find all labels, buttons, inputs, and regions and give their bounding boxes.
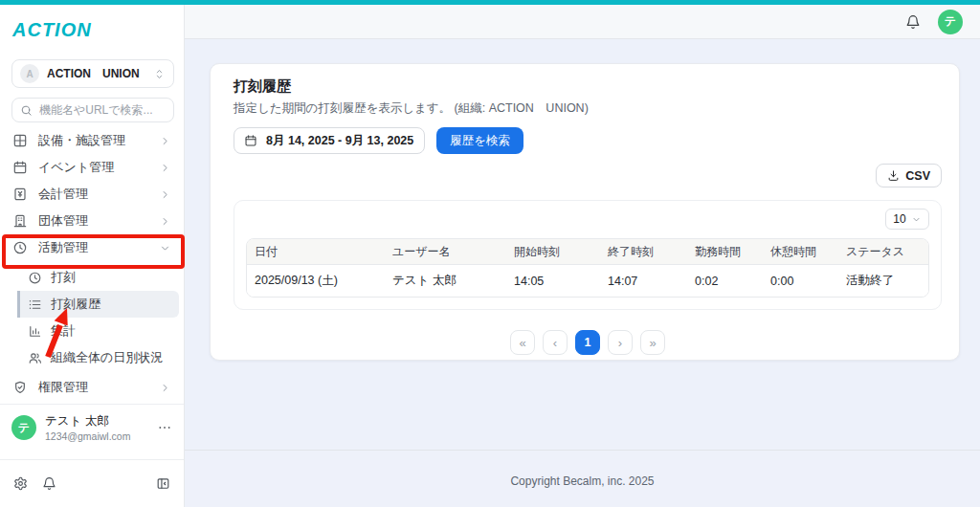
org-name: ACTION UNION	[47, 66, 153, 82]
punch-history-table: 日付ユーザー名開始時刻終了時刻勤務時間休憩時間ステータス 2025/09/13 …	[246, 238, 929, 298]
column-header: 終了時刻	[600, 239, 687, 265]
main-header: テ	[185, 5, 980, 39]
sidebar-subitem-label: 打刻	[51, 269, 184, 286]
sidebar-item-accounting[interactable]: 会計管理	[0, 181, 184, 208]
chevron-right-icon	[159, 135, 171, 147]
org-avatar: A	[20, 64, 39, 83]
pagination: «‹1›»	[234, 330, 942, 355]
sidebar-item-facilities[interactable]: 設備・施設管理	[0, 127, 184, 154]
column-header: 日付	[247, 239, 385, 265]
column-header: ステータス	[838, 239, 928, 265]
sidebar-subitem-punch-history[interactable]: 打刻履歴	[17, 291, 179, 318]
content: 打刻履歴 指定した期間の打刻履歴を表示します。 (組織: ACTION UNIO…	[185, 39, 980, 450]
sidebar-subitem-label: 集計	[51, 322, 184, 340]
search-history-button[interactable]: 履歴を検索	[436, 127, 523, 154]
sidebar-subitem-punch[interactable]: 打刻	[0, 264, 184, 291]
panel-collapse-icon[interactable]	[156, 476, 170, 491]
chevron-right-icon	[159, 382, 171, 394]
chevron-right-icon	[159, 215, 171, 228]
clock-icon	[28, 271, 42, 285]
sidebar-search-input[interactable]	[39, 103, 166, 117]
chevron-down-icon	[159, 242, 171, 254]
footer: Copyright Becalm, inc. 2025	[185, 450, 980, 507]
sidebar-item-label: イベント管理	[38, 159, 159, 176]
header-avatar[interactable]: テ	[938, 10, 963, 34]
sidebar-menu: 設備・施設管理イベント管理会計管理団体管理活動管理 打刻打刻履歴集計組織全体の日…	[0, 127, 184, 401]
table-panel: 10 日付ユーザー名開始時刻終了時刻勤務時間休憩時間ステータス 2025/09/…	[234, 200, 942, 310]
sidebar-item-label: 団体管理	[38, 212, 159, 230]
pagination-last[interactable]: »	[640, 330, 665, 355]
sidebar-subitem-aggregate[interactable]: 集計	[0, 318, 184, 344]
pagination-prev[interactable]: ‹	[543, 330, 568, 355]
column-header: ユーザー名	[385, 239, 506, 265]
sidebar: ACTION A ACTION UNION 設備・施設管理イベント管理会計管理団…	[0, 0, 185, 507]
chart-icon	[28, 324, 42, 339]
page-size-select[interactable]: 10	[885, 209, 929, 230]
table-cell: テスト 太郎	[385, 265, 506, 297]
csv-button-label: CSV	[905, 169, 930, 183]
sidebar-item-label: 活動管理	[38, 239, 159, 256]
sidebar-subitem-label: 打刻履歴	[51, 296, 179, 313]
sidebar-item-permissions[interactable]: 権限管理	[0, 374, 184, 401]
user-meta: テスト 太郎 1234@gmaiwl.com	[45, 413, 157, 442]
building-icon	[12, 213, 28, 229]
gear-icon[interactable]	[13, 476, 28, 491]
table-row: 2025/09/13 (土)テスト 太郎14:0514:070:020:00活動…	[247, 265, 928, 297]
date-range-field[interactable]	[234, 127, 425, 154]
user-name: テスト 太郎	[45, 413, 157, 430]
pagination-page-1[interactable]: 1	[575, 330, 600, 355]
page-subtitle: 指定した期間の打刻履歴を表示します。 (組織: ACTION UNION)	[234, 100, 942, 117]
date-range-input[interactable]	[266, 134, 414, 147]
ledger-icon	[12, 187, 28, 202]
chevron-right-icon	[159, 162, 171, 174]
sidebar-item-label: 権限管理	[38, 379, 159, 396]
punch-history-card: 打刻履歴 指定した期間の打刻履歴を表示します。 (組織: ACTION UNIO…	[210, 63, 960, 361]
calendar-icon	[244, 134, 257, 147]
pagination-first[interactable]: «	[510, 330, 535, 355]
page-size-value: 10	[893, 212, 905, 226]
main-area: テ 打刻履歴 指定した期間の打刻履歴を表示します。 (組織: ACTION UN…	[185, 5, 980, 507]
column-header: 休憩時間	[763, 239, 838, 265]
column-header: 開始時刻	[506, 239, 600, 265]
sidebar-search[interactable]	[11, 98, 174, 122]
copyright-text: Copyright Becalm, inc. 2025	[510, 474, 654, 488]
csv-row: CSV	[234, 164, 942, 187]
pagination-next[interactable]: ›	[608, 330, 633, 355]
bell-icon[interactable]	[42, 476, 56, 491]
org-selector[interactable]: A ACTION UNION	[11, 59, 174, 88]
top-accent-bar	[0, 0, 980, 5]
search-icon	[20, 104, 33, 117]
grid-icon	[12, 133, 28, 148]
table-cell: 0:00	[763, 265, 838, 297]
sidebar-item-label: 設備・施設管理	[38, 132, 159, 149]
app-logo: ACTION	[12, 19, 92, 41]
sidebar-item-groups[interactable]: 団体管理	[0, 208, 184, 234]
search-controls: 履歴を検索	[234, 127, 942, 154]
user-email: 1234@gmaiwl.com	[45, 430, 157, 442]
table-cell: 2025/09/13 (土)	[247, 265, 385, 297]
table-cell: 0:02	[687, 265, 763, 297]
sidebar-item-label: 会計管理	[38, 186, 159, 203]
sidebar-item-activities[interactable]: 活動管理	[0, 234, 184, 261]
table-cell: 14:05	[506, 265, 600, 297]
users-icon	[28, 351, 42, 365]
sidebar-bottom-bar	[0, 459, 184, 507]
ellipsis-icon[interactable]	[157, 420, 172, 435]
bell-icon[interactable]	[905, 14, 921, 30]
csv-export-button[interactable]: CSV	[876, 164, 942, 187]
calendar-icon	[12, 160, 28, 175]
user-block[interactable]: テ テスト 太郎 1234@gmaiwl.com	[0, 404, 184, 452]
list-icon	[28, 298, 42, 312]
page-title: 打刻履歴	[234, 77, 942, 96]
column-header: 勤務時間	[687, 239, 763, 265]
table-cell: 14:07	[600, 265, 687, 297]
chevrons-up-down-icon	[153, 68, 166, 80]
user-avatar: テ	[11, 415, 36, 440]
chevron-right-icon	[159, 188, 171, 201]
chevron-down-icon	[911, 214, 922, 225]
sidebar-item-events[interactable]: イベント管理	[0, 154, 184, 181]
sidebar-subitem-org-daily[interactable]: 組織全体の日別状況	[0, 344, 184, 371]
table-cell: 活動終了	[838, 265, 928, 297]
download-icon	[887, 169, 900, 182]
shield-icon	[12, 380, 28, 395]
